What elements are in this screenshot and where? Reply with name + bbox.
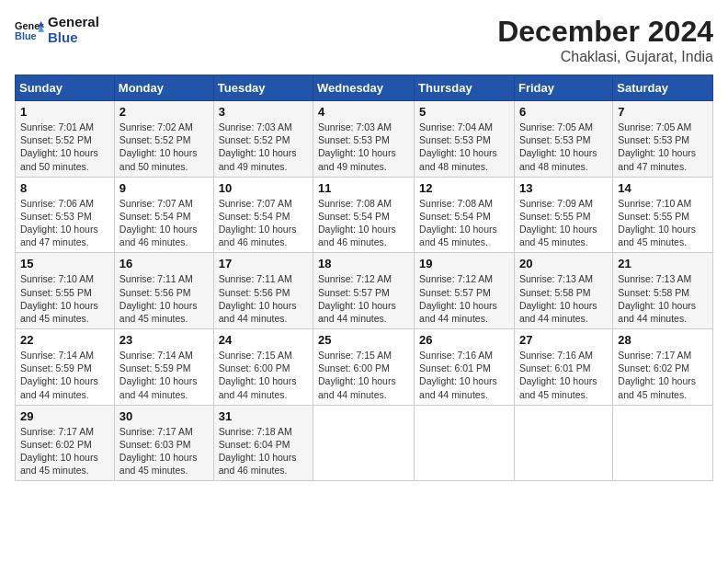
col-saturday: Saturday xyxy=(613,75,713,101)
calendar-cell xyxy=(514,405,612,481)
calendar-cell: 19 Sunrise: 7:12 AMSunset: 5:57 PMDaylig… xyxy=(415,253,515,329)
day-info: Sunrise: 7:13 AMSunset: 5:58 PMDaylight:… xyxy=(519,273,597,324)
day-number: 16 xyxy=(119,257,209,270)
calendar-cell: 23 Sunrise: 7:14 AMSunset: 5:59 PMDaylig… xyxy=(114,329,213,406)
day-number: 4 xyxy=(318,105,409,119)
day-info: Sunrise: 7:12 AMSunset: 5:57 PMDaylight:… xyxy=(419,273,497,324)
day-info: Sunrise: 7:04 AMSunset: 5:53 PMDaylight:… xyxy=(419,121,497,172)
table-row: 8 Sunrise: 7:06 AMSunset: 5:53 PMDayligh… xyxy=(16,177,713,253)
calendar-cell: 1 Sunrise: 7:01 AMSunset: 5:52 PMDayligh… xyxy=(16,101,115,178)
day-number: 6 xyxy=(519,105,608,119)
day-info: Sunrise: 7:18 AMSunset: 6:04 PMDaylight:… xyxy=(219,426,297,477)
calendar-cell: 11 Sunrise: 7:08 AMSunset: 5:54 PMDaylig… xyxy=(313,177,415,253)
col-wednesday: Wednesday xyxy=(313,75,415,101)
svg-text:Blue: Blue xyxy=(15,30,37,41)
calendar-cell xyxy=(613,405,713,481)
calendar-cell: 4 Sunrise: 7:03 AMSunset: 5:53 PMDayligh… xyxy=(313,101,415,178)
calendar-cell xyxy=(415,405,515,481)
calendar-cell: 20 Sunrise: 7:13 AMSunset: 5:58 PMDaylig… xyxy=(514,253,612,329)
day-info: Sunrise: 7:02 AMSunset: 5:52 PMDaylight:… xyxy=(119,121,198,172)
day-info: Sunrise: 7:17 AMSunset: 6:02 PMDaylight:… xyxy=(20,426,98,477)
day-number: 23 xyxy=(119,333,209,347)
col-sunday: Sunday xyxy=(16,75,115,101)
logo: General Blue General Blue xyxy=(15,15,99,45)
logo-blue: Blue xyxy=(48,30,99,46)
day-number: 28 xyxy=(618,333,708,347)
day-info: Sunrise: 7:07 AMSunset: 5:54 PMDaylight:… xyxy=(219,198,297,248)
calendar-cell: 27 Sunrise: 7:16 AMSunset: 6:01 PMDaylig… xyxy=(514,329,612,406)
day-number: 20 xyxy=(519,257,608,270)
day-number: 7 xyxy=(618,105,708,119)
general-blue-logo-icon: General Blue xyxy=(15,17,44,43)
day-info: Sunrise: 7:16 AMSunset: 6:01 PMDaylight:… xyxy=(519,350,597,400)
day-info: Sunrise: 7:08 AMSunset: 5:54 PMDaylight:… xyxy=(318,198,396,248)
calendar-cell: 18 Sunrise: 7:12 AMSunset: 5:57 PMDaylig… xyxy=(313,253,415,329)
day-number: 5 xyxy=(419,105,509,119)
day-info: Sunrise: 7:01 AMSunset: 5:52 PMDaylight:… xyxy=(20,121,98,172)
calendar-cell: 5 Sunrise: 7:04 AMSunset: 5:53 PMDayligh… xyxy=(415,101,515,178)
col-friday: Friday xyxy=(514,75,612,101)
day-info: Sunrise: 7:07 AMSunset: 5:54 PMDaylight:… xyxy=(119,198,198,248)
calendar-cell: 26 Sunrise: 7:16 AMSunset: 6:01 PMDaylig… xyxy=(415,329,515,406)
calendar-cell: 14 Sunrise: 7:10 AMSunset: 5:55 PMDaylig… xyxy=(613,177,713,253)
calendar-cell: 28 Sunrise: 7:17 AMSunset: 6:02 PMDaylig… xyxy=(613,329,713,406)
day-info: Sunrise: 7:10 AMSunset: 5:55 PMDaylight:… xyxy=(618,198,696,248)
day-number: 29 xyxy=(20,409,109,423)
title-area: December 2024 Chaklasi, Gujarat, India xyxy=(497,15,713,65)
calendar-cell: 6 Sunrise: 7:05 AMSunset: 5:53 PMDayligh… xyxy=(514,101,612,178)
day-info: Sunrise: 7:13 AMSunset: 5:58 PMDaylight:… xyxy=(618,273,696,324)
table-row: 22 Sunrise: 7:14 AMSunset: 5:59 PMDaylig… xyxy=(16,329,713,406)
day-number: 18 xyxy=(318,257,409,270)
calendar-cell: 30 Sunrise: 7:17 AMSunset: 6:03 PMDaylig… xyxy=(114,405,213,481)
day-number: 31 xyxy=(219,409,308,423)
calendar-cell: 21 Sunrise: 7:13 AMSunset: 5:58 PMDaylig… xyxy=(613,253,713,329)
day-info: Sunrise: 7:05 AMSunset: 5:53 PMDaylight:… xyxy=(519,121,597,172)
calendar-cell: 25 Sunrise: 7:15 AMSunset: 6:00 PMDaylig… xyxy=(313,329,415,406)
day-number: 10 xyxy=(219,181,308,195)
day-info: Sunrise: 7:15 AMSunset: 6:00 PMDaylight:… xyxy=(318,350,396,400)
day-number: 1 xyxy=(20,105,109,119)
calendar-cell: 7 Sunrise: 7:05 AMSunset: 5:53 PMDayligh… xyxy=(613,101,713,178)
day-info: Sunrise: 7:05 AMSunset: 5:53 PMDaylight:… xyxy=(618,121,696,172)
calendar-table: Sunday Monday Tuesday Wednesday Thursday… xyxy=(15,75,713,481)
calendar-cell: 12 Sunrise: 7:08 AMSunset: 5:54 PMDaylig… xyxy=(415,177,515,253)
day-number: 26 xyxy=(419,333,509,347)
logo-general: General xyxy=(48,15,99,30)
calendar-cell: 13 Sunrise: 7:09 AMSunset: 5:55 PMDaylig… xyxy=(514,177,612,253)
header: General Blue General Blue December 2024 … xyxy=(15,15,713,65)
day-number: 11 xyxy=(318,181,409,195)
col-monday: Monday xyxy=(114,75,213,101)
day-number: 15 xyxy=(20,257,109,270)
day-info: Sunrise: 7:12 AMSunset: 5:57 PMDaylight:… xyxy=(318,273,396,324)
day-number: 30 xyxy=(119,409,209,423)
calendar-cell: 16 Sunrise: 7:11 AMSunset: 5:56 PMDaylig… xyxy=(114,253,213,329)
col-tuesday: Tuesday xyxy=(213,75,313,101)
calendar-cell: 24 Sunrise: 7:15 AMSunset: 6:00 PMDaylig… xyxy=(213,329,313,406)
table-row: 29 Sunrise: 7:17 AMSunset: 6:02 PMDaylig… xyxy=(16,405,713,481)
calendar-cell: 31 Sunrise: 7:18 AMSunset: 6:04 PMDaylig… xyxy=(213,405,313,481)
calendar-title: December 2024 xyxy=(497,15,713,49)
day-number: 3 xyxy=(219,105,308,119)
header-row: Sunday Monday Tuesday Wednesday Thursday… xyxy=(16,75,713,101)
calendar-cell: 2 Sunrise: 7:02 AMSunset: 5:52 PMDayligh… xyxy=(114,101,213,178)
calendar-cell: 17 Sunrise: 7:11 AMSunset: 5:56 PMDaylig… xyxy=(213,253,313,329)
day-info: Sunrise: 7:14 AMSunset: 5:59 PMDaylight:… xyxy=(119,350,198,400)
day-number: 12 xyxy=(419,181,509,195)
day-info: Sunrise: 7:03 AMSunset: 5:52 PMDaylight:… xyxy=(219,121,297,172)
calendar-cell: 3 Sunrise: 7:03 AMSunset: 5:52 PMDayligh… xyxy=(213,101,313,178)
table-row: 15 Sunrise: 7:10 AMSunset: 5:55 PMDaylig… xyxy=(16,253,713,329)
col-thursday: Thursday xyxy=(415,75,515,101)
calendar-cell: 9 Sunrise: 7:07 AMSunset: 5:54 PMDayligh… xyxy=(114,177,213,253)
day-number: 14 xyxy=(618,181,708,195)
calendar-cell: 15 Sunrise: 7:10 AMSunset: 5:55 PMDaylig… xyxy=(16,253,115,329)
day-number: 19 xyxy=(419,257,509,270)
day-number: 13 xyxy=(519,181,608,195)
day-info: Sunrise: 7:08 AMSunset: 5:54 PMDaylight:… xyxy=(419,198,497,248)
day-info: Sunrise: 7:17 AMSunset: 6:03 PMDaylight:… xyxy=(119,426,198,477)
day-number: 22 xyxy=(20,333,109,347)
calendar-cell: 29 Sunrise: 7:17 AMSunset: 6:02 PMDaylig… xyxy=(16,405,115,481)
day-info: Sunrise: 7:11 AMSunset: 5:56 PMDaylight:… xyxy=(119,273,198,324)
day-info: Sunrise: 7:17 AMSunset: 6:02 PMDaylight:… xyxy=(618,350,696,400)
calendar-cell xyxy=(313,405,415,481)
day-info: Sunrise: 7:15 AMSunset: 6:00 PMDaylight:… xyxy=(219,350,297,400)
